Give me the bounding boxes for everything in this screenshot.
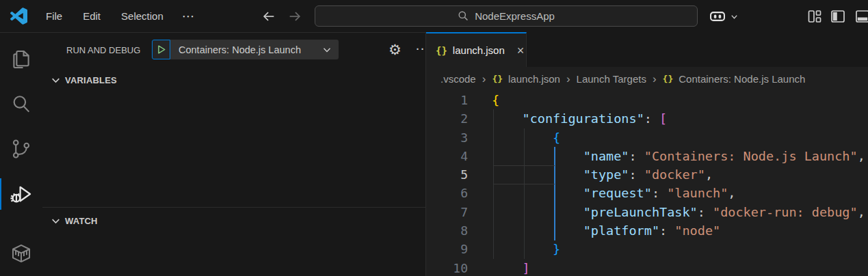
activity-search[interactable] [0, 82, 42, 127]
code-text: ] [468, 259, 530, 276]
command-center-search[interactable]: NodeExpressApp [315, 5, 698, 27]
tab-bar: {} launch.json × [426, 32, 868, 67]
activity-run-and-debug[interactable] [0, 171, 42, 217]
code-line[interactable]: 9 } [426, 240, 868, 258]
watch-section-header[interactable]: WATCH [42, 212, 425, 230]
line-number[interactable]: 4 [426, 147, 468, 165]
breadcrumb-item-vscode[interactable]: .vscode [440, 73, 476, 85]
code-text: "request": "launch", [468, 184, 735, 202]
debug-launch-widget: Containers: Node.js Launch [152, 40, 339, 59]
code-text: } [468, 240, 560, 258]
json-file-icon: {} [492, 74, 503, 84]
json-file-icon: {} [436, 45, 447, 56]
title-bar: File Edit Selection ⋯ NodeExpressApp [0, 0, 868, 33]
container-icon [10, 242, 33, 265]
breadcrumb: .vscode › {} launch.json › Launch Target… [426, 67, 868, 91]
menu-file[interactable]: File [36, 6, 73, 26]
breadcrumb-separator-icon: › [566, 72, 571, 86]
launch-config-dropdown[interactable]: Containers: Node.js Launch [170, 40, 339, 59]
gear-icon[interactable]: ⚙ [389, 40, 402, 59]
breadcrumb-separator-icon: › [482, 72, 487, 86]
section-divider [42, 207, 425, 208]
back-arrow-icon[interactable] [261, 8, 277, 25]
launch-config-label: Containers: Node.js Launch [179, 44, 318, 55]
customize-layout-icon[interactable] [806, 8, 823, 25]
line-number[interactable]: 1 [426, 91, 468, 109]
line-number[interactable]: 7 [426, 203, 468, 221]
line-number[interactable]: 2 [426, 109, 468, 128]
breadcrumb-separator-icon: › [652, 72, 657, 86]
forward-arrow-icon[interactable] [287, 8, 303, 25]
line-number[interactable]: 9 [426, 240, 468, 258]
code-line[interactable]: 2 "configurations": [ [426, 109, 868, 128]
start-debug-button[interactable] [152, 40, 170, 59]
code-text: { [468, 91, 499, 109]
breadcrumb-item-config[interactable]: Containers: Node.js Launch [679, 73, 805, 85]
json-symbol-icon: {} [663, 74, 674, 84]
line-number[interactable]: 10 [426, 259, 468, 276]
menu-edit[interactable]: Edit [73, 6, 111, 26]
source-control-icon [10, 137, 33, 161]
play-icon [155, 44, 167, 55]
activity-containers[interactable] [0, 231, 42, 276]
activity-bar [0, 33, 42, 276]
sidebar-title: RUN AND DEBUG [66, 45, 140, 55]
breadcrumb-item-launch-targets[interactable]: Launch Targets [577, 73, 646, 85]
code-line[interactable]: 4 "name": "Containers: Node.js Launch", [426, 147, 868, 165]
search-icon [10, 93, 33, 116]
menu-selection[interactable]: Selection [111, 6, 174, 26]
code-line[interactable]: 5 "type": "docker", [426, 165, 868, 184]
activity-explorer[interactable] [0, 37, 42, 82]
code-line[interactable]: 10 ] [426, 259, 868, 276]
chevron-down-icon [322, 45, 332, 55]
code-line[interactable]: 1{ [426, 91, 868, 109]
tab-launch-json[interactable]: {} launch.json × [426, 32, 527, 67]
code-text: "configurations": [ [468, 109, 667, 128]
vscode-logo-icon[interactable] [10, 8, 27, 25]
menu-overflow-icon[interactable]: ⋯ [174, 8, 203, 25]
breadcrumb-item-launch-json[interactable]: launch.json [508, 73, 560, 85]
code-text: { [468, 128, 560, 147]
line-number[interactable]: 3 [426, 128, 468, 147]
chevron-down-icon [51, 216, 61, 226]
run-and-debug-icon [10, 182, 33, 206]
vscode-window: { "colors": { "accent": "#0078d4", "edit… [0, 0, 868, 276]
code-text: "platform": "node" [468, 221, 720, 240]
chevron-down-icon [51, 75, 61, 85]
chevron-down-icon [730, 12, 739, 21]
copilot-icon [709, 8, 726, 25]
editor-group: {} launch.json × .vscode › {} launch.jso… [425, 32, 868, 276]
code-text: "preLaunchTask": "docker-run: debug", [468, 203, 865, 221]
code-line[interactable]: 3 { [426, 128, 868, 147]
copilot-menu[interactable] [709, 8, 739, 25]
line-number[interactable]: 6 [426, 184, 468, 202]
activity-source-control[interactable] [0, 127, 42, 172]
watch-section-label: WATCH [65, 216, 98, 226]
tab-label: launch.json [453, 44, 505, 56]
run-and-debug-sidebar: RUN AND DEBUG Containers: Node.js Launch… [42, 33, 425, 276]
code-editor[interactable]: 1{2 "configurations": [3 {4 "name": "Con… [426, 91, 868, 276]
toggle-primary-sidebar-icon[interactable] [830, 8, 846, 25]
variables-section-header[interactable]: VARIABLES [42, 71, 425, 89]
code-line[interactable]: 8 "platform": "node" [426, 221, 868, 240]
line-number[interactable]: 8 [426, 221, 468, 240]
search-icon [458, 10, 469, 22]
files-icon [10, 48, 33, 71]
code-lines: 1{2 "configurations": [3 {4 "name": "Con… [426, 91, 868, 276]
code-text: "name": "Containers: Node.js Launch", [468, 147, 865, 165]
close-tab-icon[interactable]: × [517, 44, 525, 57]
variables-section-label: VARIABLES [65, 75, 117, 85]
code-line[interactable]: 6 "request": "launch", [426, 184, 868, 202]
menu-bar: File Edit Selection ⋯ [36, 0, 203, 32]
code-line[interactable]: 7 "preLaunchTask": "docker-run: debug", [426, 203, 868, 221]
toggle-panel-icon[interactable] [854, 8, 868, 25]
search-value: NodeExpressApp [475, 10, 555, 22]
code-text: "type": "docker", [468, 165, 713, 184]
line-number[interactable]: 5 [426, 165, 468, 184]
